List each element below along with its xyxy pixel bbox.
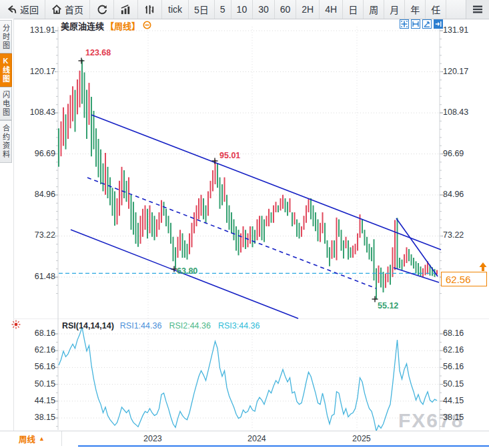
price-axis-label-left: 73.22	[13, 230, 55, 240]
price-extreme-label: 123.68	[85, 48, 111, 57]
rsi3-value: RSI3:44.36	[218, 321, 260, 330]
fit-screen-icon[interactable]	[400, 19, 409, 29]
rsi2-value: RSI2:44.36	[169, 321, 211, 330]
rsi1-value: RSI1:44.36	[120, 321, 162, 330]
price-axis-label-right: 131.91	[443, 25, 486, 35]
price-axis-label-left: 120.17	[13, 67, 55, 76]
zoom-out-icon[interactable]	[143, 21, 151, 31]
rsi-axis-label-right: 38.15	[443, 413, 486, 422]
rsi-axis-label-left: 56.16	[13, 362, 55, 371]
price-axis-label-left: 96.69	[13, 149, 55, 158]
chart-canvas[interactable]	[0, 0, 489, 448]
auto-scale-icon[interactable]	[422, 19, 432, 29]
chart-control-icons	[400, 19, 443, 29]
x-axis-year-label: 2023	[143, 434, 162, 443]
rsi-axis-label-right: 50.15	[443, 379, 486, 389]
price-extreme-label: 63.80	[177, 266, 197, 276]
price-axis-label-right: 84.96	[443, 190, 486, 199]
rsi-axis-label-right: 62.16	[443, 345, 486, 355]
price-axis-label-right: 120.17	[443, 67, 486, 76]
rsi-axis-label-right: 56.16	[443, 362, 486, 371]
candlestick-series	[59, 59, 437, 299]
price-axis-label-left: 131.91	[13, 25, 55, 35]
trading-app-window: 返回首页tick5日51030602H4H日周月年任 分时图K线图闪电图合约资料…	[0, 0, 489, 448]
rsi-axis-label-right: 68.16	[443, 328, 486, 338]
price-extreme-label: 95.01	[219, 151, 240, 160]
instrument-name: 美原油连续	[61, 19, 104, 32]
period-tag: 【周线】	[105, 19, 140, 32]
chevron-up-icon: ▲	[39, 435, 45, 442]
x-axis-year-label: 2025	[352, 434, 371, 443]
price-axis-label-right: 73.22	[443, 230, 486, 240]
bottom-scroll-track[interactable]	[78, 445, 489, 447]
extreme-markers	[79, 58, 378, 302]
rsi-params: RSI(14,14,14)	[62, 321, 114, 330]
zoom-horizontal-icon[interactable]	[411, 19, 420, 29]
price-axis-label-right: 96.69	[443, 149, 486, 158]
price-extreme-label: 55.12	[378, 301, 398, 310]
period-selector-label: 周线	[19, 433, 35, 445]
price-axis-label-left: 84.96	[13, 190, 55, 199]
gridlines	[55, 27, 443, 434]
period-selector[interactable]: 周线 ▲	[13, 431, 62, 446]
x-axis-year-label: 2024	[248, 434, 266, 443]
rsi-axis-label-left: 38.15	[13, 413, 55, 422]
rsi-axis-label-left: 62.16	[13, 345, 55, 355]
rsi-line	[59, 327, 437, 431]
rsi-axis-label-left: 50.15	[13, 379, 55, 389]
chart-title: 美原油连续 【周线】	[61, 19, 151, 32]
export-icon[interactable]	[434, 19, 443, 29]
price-axis-label-right: 108.43	[443, 107, 486, 117]
price-axis-label-left: 61.48	[13, 272, 55, 281]
indicator-settings-icon[interactable]	[11, 320, 21, 331]
price-axis-label-left: 108.43	[13, 107, 55, 117]
trendlines	[71, 115, 441, 318]
rsi-indicator-header: RSI(14,14,14) RSI1:44.36 RSI2:44.36 RSI3…	[11, 320, 260, 331]
rsi-axis-label-right: 44.15	[443, 396, 486, 405]
rsi-axis-label-left: 44.15	[13, 396, 55, 405]
latest-price-arrow-icon[interactable]	[478, 262, 488, 275]
